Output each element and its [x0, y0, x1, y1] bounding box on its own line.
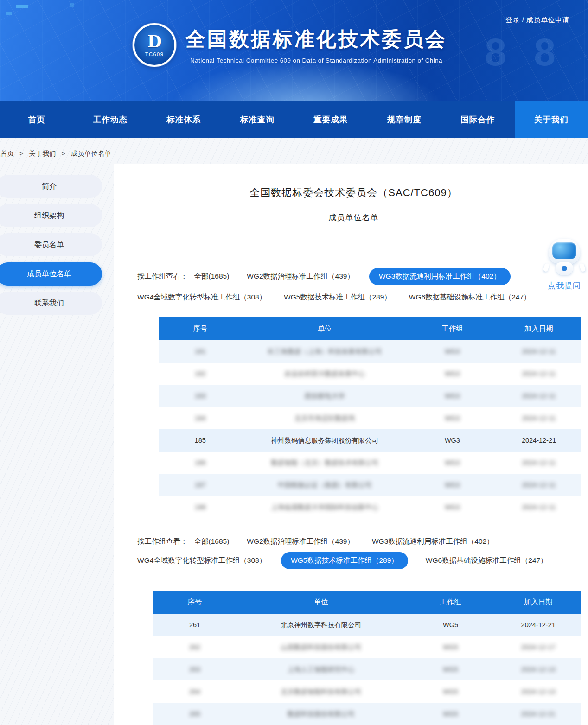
row-org: 西安邮电大学	[241, 392, 408, 401]
nav-item-standard-search[interactable]: 标准查询	[221, 101, 294, 138]
row-date: 2024-12-13	[495, 666, 581, 673]
filter-bar-wg5: 按工作组查看： 全部(1685) WG2数据治理标准工作组（439） WG3数据…	[137, 537, 581, 547]
nav-item-international[interactable]: 国际合作	[441, 101, 515, 138]
table-row: 184 北京市海淀区数据局 WG3 2024-12-11	[159, 407, 581, 429]
logo-code: TC609	[145, 51, 164, 57]
assistant-widget[interactable]: 点我提问	[545, 239, 584, 291]
row-wg: WG3	[408, 370, 497, 377]
breadcrumb-separator: >	[62, 150, 65, 157]
table-row: 182 农业农村部大数据发展中心 WG3 2024-12-11	[159, 362, 581, 385]
logo-letter: D	[147, 33, 161, 50]
site-banner: 8 8 登录 / 成员单位申请 D TC609 全国数据标准化技术委员会 Nat…	[0, 0, 588, 101]
filter-wg5[interactable]: WG5数据技术标准工作组（289）	[284, 293, 391, 302]
filter-group-label: 按工作组查看：	[137, 537, 188, 547]
table-header: 序号 单位 工作组 加入日期	[159, 317, 581, 340]
filter-wg4[interactable]: WG4全域数字化转型标准工作组（308）	[137, 293, 266, 302]
sidebar: 简介 组织架构 委员名单 成员单位名单 联系我们	[0, 164, 103, 321]
col-join-date: 加入日期	[495, 598, 581, 607]
row-wg: WG5	[406, 710, 496, 718]
breadcrumb-about-us[interactable]: 关于我们	[29, 150, 56, 157]
filter-all[interactable]: 全部(1685)	[194, 272, 230, 281]
table-row: 186 数据智能（北京）数据技术有限公司 WG3 2024-12-11	[159, 452, 581, 474]
col-join-date: 加入日期	[497, 324, 581, 334]
sidebar-item-org-structure[interactable]: 组织架构	[0, 204, 102, 227]
row-org: 长三角数据（上海）科技发展有限公司	[241, 347, 408, 356]
filter-wg6[interactable]: WG6数据基础设施标准工作组（247）	[426, 556, 548, 566]
row-wg: WG5	[406, 688, 496, 695]
row-no: 183	[159, 392, 241, 400]
row-date: 2024-12-13	[495, 688, 581, 695]
sidebar-item-intro[interactable]: 简介	[0, 175, 102, 198]
row-date: 2024-12-11	[497, 348, 581, 355]
filter-wg3-active[interactable]: WG3数据流通利用标准工作组（402）	[369, 268, 511, 285]
row-org: 北京市海淀区数据局	[241, 414, 408, 423]
row-org: 上海人工智能研究中心	[236, 665, 406, 674]
nav-item-work-news[interactable]: 工作动态	[74, 101, 147, 138]
row-no: 264	[153, 688, 236, 695]
table-row: 187 中国检验认证（集团）有限公司 WG3 2024-12-11	[159, 474, 581, 496]
sidebar-item-committee-members[interactable]: 委员名单	[0, 233, 102, 256]
row-org: 山西数据科技股份有限公司	[236, 643, 406, 652]
breadcrumb-current: 成员单位名单	[71, 150, 111, 157]
row-date: 2024-12-21	[497, 437, 581, 444]
row-org: 数据科技股份有限公司	[236, 710, 406, 719]
table-row: 181 长三角数据（上海）科技发展有限公司 WG3 2024-12-11	[159, 340, 581, 362]
col-serial: 序号	[159, 324, 241, 334]
row-org: 农业农村部大数据发展中心	[241, 369, 408, 378]
main-content: 全国数据标委会技术委员会（SAC/TC609） 成员单位名单 点我提问 按工作组…	[114, 164, 588, 725]
col-workgroup: 工作组	[408, 324, 497, 334]
mascot-badge	[562, 266, 567, 271]
table-row: 263 上海人工智能研究中心 WG5 2024-12-13	[153, 658, 581, 680]
row-wg: WG3	[408, 503, 497, 511]
sidebar-item-member-units[interactable]: 成员单位名单	[0, 262, 102, 286]
row-no: 181	[159, 348, 241, 355]
table-row-highlighted: 261 北京神州数字科技有限公司 WG5 2024-12-21	[153, 614, 581, 636]
row-date: 2024-12-11	[497, 459, 581, 466]
row-no: 182	[159, 370, 241, 377]
filter-group-label: 按工作组查看：	[137, 272, 188, 281]
nav-item-achievements[interactable]: 重要成果	[294, 101, 368, 138]
table-row: 265 数据科技股份有限公司 WG5 2024-12-21	[153, 703, 581, 725]
assistant-label[interactable]: 点我提问	[545, 280, 584, 291]
row-no: 186	[159, 459, 241, 466]
filter-wg2[interactable]: WG2数据治理标准工作组（439）	[247, 272, 354, 281]
filter-wg4[interactable]: WG4全域数字化转型标准工作组（308）	[137, 556, 266, 566]
row-org: 数据智能（北京）数据技术有限公司	[241, 458, 408, 467]
filter-wg3[interactable]: WG3数据流通利用标准工作组（402）	[372, 537, 494, 547]
filter-all[interactable]: 全部(1685)	[194, 537, 230, 547]
filter-bar-wg3: 按工作组查看： 全部(1685) WG2数据治理标准工作组（439） WG3数据…	[137, 268, 581, 285]
assistant-mascot-icon[interactable]	[549, 239, 580, 275]
member-table-wg5: 序号 单位 工作组 加入日期 261 北京神州数字科技有限公司 WG5 2024…	[153, 591, 581, 725]
table-row-highlighted: 185 神州数码信息服务集团股份有限公司 WG3 2024-12-21	[159, 429, 581, 452]
filter-wg5-active[interactable]: WG5数据技术标准工作组（289）	[281, 552, 408, 569]
row-wg: WG3	[408, 348, 497, 355]
filter-wg6[interactable]: WG6数据基础设施标准工作组（247）	[409, 293, 531, 302]
row-date: 2024-12-11	[497, 503, 581, 511]
row-no: 263	[153, 666, 236, 673]
col-serial: 序号	[153, 598, 236, 607]
row-no: 188	[159, 503, 241, 511]
nav-item-about-us[interactable]: 关于我们	[515, 101, 588, 138]
main-nav: 首页 工作动态 标准体系 标准查询 重要成果 规章制度 国际合作 关于我们	[0, 101, 588, 138]
nav-item-home[interactable]: 首页	[0, 101, 74, 138]
site-logo[interactable]: D TC609	[133, 23, 176, 67]
login-link[interactable]: 登录 / 成员单位申请	[505, 16, 569, 25]
row-wg: WG5	[406, 666, 496, 673]
row-org: 上海临港数据大学国际科技创新中心	[241, 503, 408, 512]
table-row: 183 西安邮电大学 WG3 2024-12-11	[159, 385, 581, 407]
row-org: 中国检验认证（集团）有限公司	[241, 481, 408, 490]
nav-item-standard-system[interactable]: 标准体系	[147, 101, 221, 138]
filter-wg2[interactable]: WG2数据治理标准工作组（439）	[247, 537, 354, 547]
sidebar-item-contact-us[interactable]: 联系我们	[0, 292, 102, 315]
filter-bar-wg5-row2: WG4全域数字化转型标准工作组（308） WG5数据技术标准工作组（289） W…	[137, 552, 581, 569]
divider	[136, 242, 577, 242]
row-wg: WG3	[408, 414, 497, 422]
table-header: 序号 单位 工作组 加入日期	[153, 591, 581, 614]
breadcrumb-home[interactable]: 首页	[0, 150, 14, 157]
member-table-wg3: 序号 单位 工作组 加入日期 181 长三角数据（上海）科技发展有限公司 WG3…	[159, 317, 581, 518]
nav-item-regulations[interactable]: 规章制度	[368, 101, 441, 138]
row-wg: WG3	[408, 459, 497, 466]
row-date: 2024-12-21	[495, 710, 581, 718]
col-workgroup: 工作组	[406, 598, 496, 607]
page-title: 全国数据标委会技术委员会（SAC/TC609）	[126, 186, 581, 200]
